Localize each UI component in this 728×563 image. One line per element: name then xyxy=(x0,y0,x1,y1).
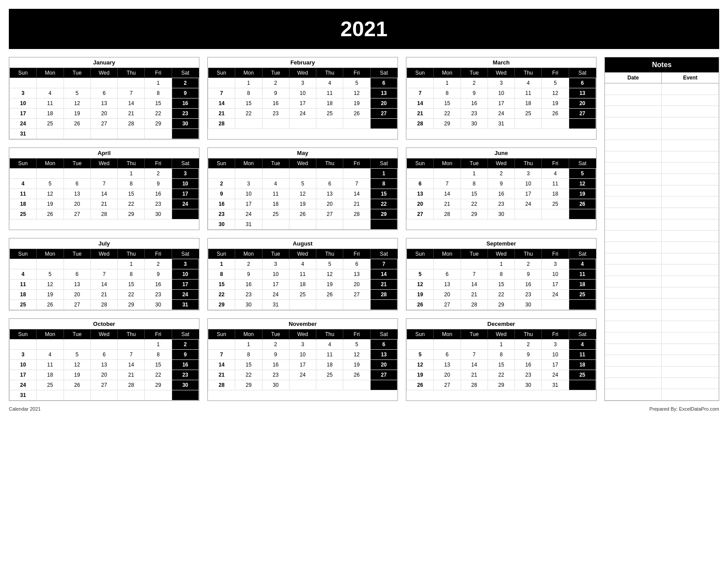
notes-row xyxy=(605,162,719,174)
notes-event-cell[interactable] xyxy=(662,83,719,94)
day-header-wed: Wed xyxy=(289,68,316,78)
notes-date-cell[interactable] xyxy=(605,333,662,344)
notes-event-cell[interactable] xyxy=(662,196,719,208)
cal-day: 15 xyxy=(235,360,262,370)
cal-day xyxy=(90,169,117,179)
notes-event-cell[interactable] xyxy=(662,264,719,276)
notes-event-cell[interactable] xyxy=(662,140,719,151)
notes-event-cell[interactable] xyxy=(662,219,719,230)
notes-date-cell[interactable] xyxy=(605,129,662,140)
notes-date-cell[interactable] xyxy=(605,219,662,230)
notes-event-cell[interactable] xyxy=(662,333,719,344)
notes-date-cell[interactable] xyxy=(605,389,662,400)
notes-event-cell[interactable] xyxy=(662,378,719,389)
cal-day: 8 xyxy=(145,350,172,360)
day-header-sun: Sun xyxy=(10,159,37,169)
cal-day: 18 xyxy=(262,199,289,209)
notes-event-cell[interactable] xyxy=(662,310,719,321)
notes-event-cell[interactable] xyxy=(662,106,719,117)
cal-day: 29 xyxy=(488,300,514,310)
cal-day: 18 xyxy=(37,370,64,380)
notes-date-cell[interactable] xyxy=(605,367,662,378)
notes-date-cell[interactable] xyxy=(605,355,662,366)
notes-event-cell[interactable] xyxy=(662,162,719,174)
notes-event-cell[interactable] xyxy=(662,129,719,140)
notes-event-cell[interactable] xyxy=(662,174,719,185)
cal-day: 30 xyxy=(515,300,542,310)
cal-day: 18 xyxy=(10,290,37,300)
notes-date-cell[interactable] xyxy=(605,287,662,299)
notes-event-cell[interactable] xyxy=(662,299,719,310)
notes-date-cell[interactable] xyxy=(605,196,662,208)
cal-day: 28 xyxy=(118,380,145,390)
notes-date-cell[interactable] xyxy=(605,162,662,174)
notes-event-cell[interactable] xyxy=(662,276,719,287)
notes-date-cell[interactable] xyxy=(605,208,662,219)
notes-event-cell[interactable] xyxy=(662,242,719,253)
cal-day: 16 xyxy=(262,98,289,109)
notes-event-cell[interactable] xyxy=(662,367,719,378)
notes-event-cell[interactable] xyxy=(662,230,719,242)
cal-day: 26 xyxy=(64,380,90,390)
cal-day: 19 xyxy=(64,370,90,380)
notes-date-cell[interactable] xyxy=(605,185,662,196)
day-header-sun: Sun xyxy=(10,249,37,259)
notes-date-cell[interactable] xyxy=(605,117,662,128)
notes-date-cell[interactable] xyxy=(605,140,662,151)
month-title: July xyxy=(9,238,199,249)
notes-date-cell[interactable] xyxy=(605,151,662,162)
day-header-sat: Sat xyxy=(370,249,397,259)
notes-event-cell[interactable] xyxy=(662,95,719,106)
notes-date-cell[interactable] xyxy=(605,299,662,310)
notes-event-cell[interactable] xyxy=(662,117,719,128)
cal-day: 25 xyxy=(316,370,343,380)
notes-date-cell[interactable] xyxy=(605,174,662,185)
notes-event-cell[interactable] xyxy=(662,185,719,196)
day-header-sun: Sun xyxy=(208,68,235,78)
notes-date-cell[interactable] xyxy=(605,242,662,253)
notes-event-cell[interactable] xyxy=(662,287,719,299)
notes-event-cell[interactable] xyxy=(662,151,719,162)
cal-day: 13 xyxy=(434,360,461,370)
notes-event-cell[interactable] xyxy=(662,321,719,332)
notes-row xyxy=(605,378,719,389)
cal-day: 20 xyxy=(434,370,461,380)
notes-date-cell[interactable] xyxy=(605,106,662,117)
notes-date-cell[interactable] xyxy=(605,310,662,321)
notes-event-cell[interactable] xyxy=(662,253,719,264)
cal-day: 27 xyxy=(90,380,117,390)
month-title: September xyxy=(406,238,596,249)
cal-day xyxy=(172,390,199,401)
cal-day: 30 xyxy=(461,119,488,129)
notes-date-cell[interactable] xyxy=(605,321,662,332)
notes-event-cell[interactable] xyxy=(662,344,719,355)
cal-day: 22 xyxy=(208,290,235,300)
cal-day: 27 xyxy=(64,209,90,219)
notes-date-cell[interactable] xyxy=(605,83,662,94)
day-header-thu: Thu xyxy=(118,329,145,340)
day-header-fri: Fri xyxy=(343,329,370,340)
notes-date-cell[interactable] xyxy=(605,230,662,242)
notes-event-cell[interactable] xyxy=(662,355,719,366)
notes-row xyxy=(605,174,719,185)
notes-date-cell[interactable] xyxy=(605,95,662,106)
notes-date-cell[interactable] xyxy=(605,264,662,276)
notes-date-cell[interactable] xyxy=(605,276,662,287)
cal-day: 4 xyxy=(10,179,37,189)
notes-event-cell[interactable] xyxy=(662,208,719,219)
cal-day: 29 xyxy=(208,300,235,310)
cal-day: 24 xyxy=(515,199,542,209)
notes-date-cell[interactable] xyxy=(605,378,662,389)
cal-day: 21 xyxy=(461,370,488,380)
notes-date-cell[interactable] xyxy=(605,344,662,355)
notes-date-cell[interactable] xyxy=(605,253,662,264)
cal-day: 18 xyxy=(542,189,569,199)
notes-event-cell[interactable] xyxy=(662,389,719,400)
cal-day: 31 xyxy=(262,300,289,310)
cal-day: 23 xyxy=(145,199,172,209)
notes-section: Notes Date Event xyxy=(604,57,719,401)
cal-day xyxy=(90,390,117,401)
cal-day: 14 xyxy=(461,360,488,370)
day-header-wed: Wed xyxy=(90,159,117,169)
day-header-sun: Sun xyxy=(208,249,235,259)
